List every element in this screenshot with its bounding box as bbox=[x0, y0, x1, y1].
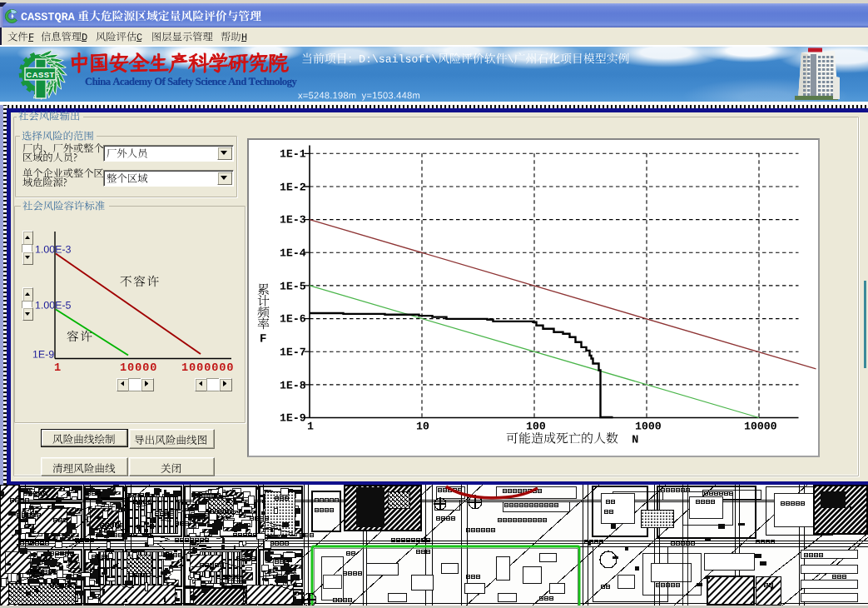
svg-text:CASST: CASST bbox=[26, 70, 54, 79]
